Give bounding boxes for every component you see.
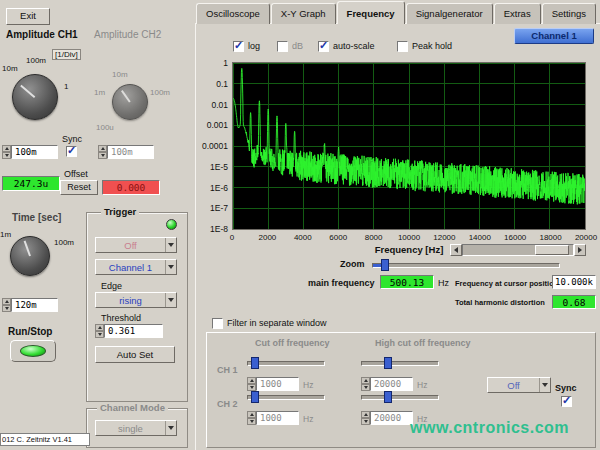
filter-window-checkbox[interactable] <box>212 318 223 329</box>
autoscale-label: auto-scale <box>333 41 375 51</box>
trigger-edge-dropdown[interactable]: rising <box>95 292 177 308</box>
chevron-down-icon[interactable] <box>165 260 176 274</box>
spinner-arrows[interactable] <box>2 145 11 159</box>
threshold-value[interactable]: 0.361 <box>104 324 163 338</box>
filter-sync-checkbox[interactable] <box>561 396 572 407</box>
trigger-mode-dropdown[interactable]: Off <box>95 237 177 253</box>
run-stop-button[interactable] <box>10 340 56 362</box>
scrollbar-track[interactable] <box>462 244 574 256</box>
ch2-high-cutoff-slider[interactable] <box>361 395 439 400</box>
x-tick-label: 10000 <box>389 233 429 242</box>
chevron-down-icon[interactable] <box>539 378 550 392</box>
filter-ch1-label: CH 1 <box>217 365 238 375</box>
db-checkbox[interactable] <box>277 41 288 52</box>
zoom-slider[interactable] <box>372 263 560 268</box>
auto-set-button[interactable]: Auto Set <box>95 346 175 363</box>
x-tick-label: 16000 <box>495 233 535 242</box>
exit-button[interactable]: Exit <box>6 8 50 25</box>
scroll-left-icon[interactable] <box>450 244 462 256</box>
ch1-high-cutoff-value[interactable]: 20000 <box>370 377 413 391</box>
tab-extras[interactable]: Extras <box>494 3 541 24</box>
amplitude-ch1-knob[interactable] <box>12 74 58 120</box>
y-tick-label: 1E-6 <box>210 183 228 193</box>
spinner-arrows[interactable] <box>98 145 107 159</box>
slider-thumb[interactable] <box>251 357 259 369</box>
threshold-label: Threshold <box>101 313 141 323</box>
plot-scrollbar[interactable] <box>450 244 586 256</box>
x-tick-label: 0 <box>212 233 252 242</box>
x-tick-label: 6000 <box>318 233 358 242</box>
filter-mode-dropdown[interactable]: Off <box>487 377 551 393</box>
x-tick-label: 18000 <box>531 233 571 242</box>
zoom-slider-thumb[interactable] <box>381 259 389 271</box>
peak-hold-label: Peak hold <box>412 41 452 51</box>
slider-thumb[interactable] <box>251 391 259 403</box>
amplitude-ch2-value[interactable]: 100m <box>107 145 154 159</box>
spinner-arrows[interactable] <box>95 324 104 338</box>
ch2-low-cutoff-spinner[interactable]: 1000 <box>247 411 299 425</box>
amplitude-ch1-value[interactable]: 100m <box>11 145 58 159</box>
channel-mode-frame: Channel Mode single <box>86 408 188 448</box>
time-knob[interactable] <box>10 236 50 276</box>
amplitude-readout: 247.3u <box>2 176 60 191</box>
spectrum-plot[interactable] <box>232 62 586 230</box>
spinner-arrows[interactable] <box>247 377 256 391</box>
ch2-high-cutoff-value[interactable]: 20000 <box>370 411 413 425</box>
spinner-arrows[interactable] <box>361 377 370 391</box>
tab-oscilloscope[interactable]: Oscilloscope <box>196 3 270 24</box>
autoscale-checkbox[interactable] <box>318 41 329 52</box>
x-tick-label: 14000 <box>460 233 500 242</box>
ch1-scale-100m: 100m <box>26 56 46 65</box>
amplitude-ch1-spinner[interactable]: 100m <box>2 145 58 159</box>
offset-readout: 0.000 <box>102 180 160 195</box>
ch2-scale-1m: 1m <box>94 88 105 97</box>
chevron-down-icon[interactable] <box>165 293 176 307</box>
filter-ch2-label: CH 2 <box>217 399 238 409</box>
tab-x-y-graph[interactable]: X-Y Graph <box>271 3 336 24</box>
slider-thumb[interactable] <box>384 391 392 403</box>
spinner-arrows[interactable] <box>247 411 256 425</box>
zoom-label: Zoom <box>340 259 365 269</box>
amplitude-ch2-knob[interactable] <box>112 84 148 120</box>
run-stop-label: Run/Stop <box>8 326 52 337</box>
ch2-high-cutoff-spinner[interactable]: 20000 <box>361 411 413 425</box>
scroll-right-icon[interactable] <box>574 244 586 256</box>
ch1-low-cutoff-spinner[interactable]: 1000 <box>247 377 299 391</box>
sync-checkbox[interactable] <box>66 146 77 157</box>
chevron-down-icon[interactable] <box>165 238 176 252</box>
peak-hold-checkbox[interactable] <box>397 41 408 52</box>
channel-mode-dropdown[interactable]: single <box>95 420 177 436</box>
trigger-source-dropdown[interactable]: Channel 1 <box>95 259 177 275</box>
knob-pointer <box>121 90 131 103</box>
ch1-high-cutoff-slider[interactable] <box>361 361 439 366</box>
x-tick-label: 20000 <box>566 233 600 242</box>
scrollbar-thumb[interactable] <box>535 245 569 255</box>
thd-label: Total harmonic distortion <box>455 298 545 307</box>
ch1-low-cutoff-value[interactable]: 1000 <box>256 377 299 391</box>
trigger-edge-value: rising <box>96 295 165 306</box>
amplitude-ch2-spinner[interactable]: 100m <box>98 145 154 159</box>
ch1-low-cutoff-slider[interactable] <box>247 361 325 366</box>
tab-frequency[interactable]: Frequency <box>337 1 405 24</box>
tab-settings[interactable]: Settings <box>542 3 596 24</box>
filter-mode-value: Off <box>488 380 539 391</box>
ch2-low-cutoff-value[interactable]: 1000 <box>256 411 299 425</box>
reset-button[interactable]: Reset <box>60 180 98 195</box>
ch2-low-cutoff-slider[interactable] <box>247 395 325 400</box>
ch1-high-cutoff-spinner[interactable]: 20000 <box>361 377 413 391</box>
spinner-arrows[interactable] <box>361 411 370 425</box>
channel-select-button[interactable]: Channel 1 <box>514 28 594 44</box>
chevron-down-icon[interactable] <box>165 421 176 435</box>
threshold-spinner[interactable]: 0.361 <box>95 324 163 338</box>
log-checkbox[interactable] <box>233 41 244 52</box>
time-value[interactable]: 120m <box>11 298 58 312</box>
y-tick-label: 0.001 <box>207 120 228 130</box>
ch2-scale-100u: 100u <box>96 123 114 132</box>
tab-signalgenerator[interactable]: Signalgenerator <box>406 3 493 24</box>
spinner-arrows[interactable] <box>2 298 11 312</box>
channel-mode-value: single <box>96 423 165 434</box>
time-spinner[interactable]: 120m <box>2 298 58 312</box>
y-tick-label: 1 <box>223 58 228 68</box>
y-axis-labels: 10.10.010.0010.00011E-51E-61E-71E-8 <box>196 62 230 230</box>
slider-thumb[interactable] <box>384 357 392 369</box>
